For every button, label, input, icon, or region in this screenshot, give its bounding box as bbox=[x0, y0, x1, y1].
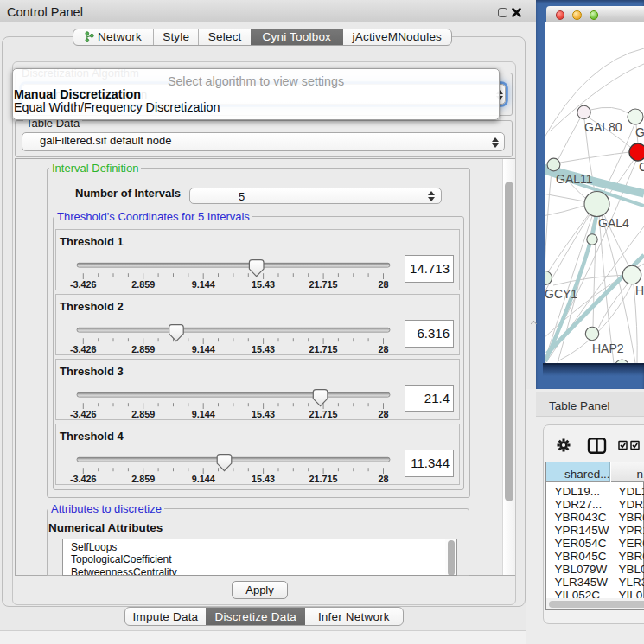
svg-text:9.144: 9.144 bbox=[192, 409, 215, 419]
svg-text:15.43: 15.43 bbox=[252, 409, 275, 419]
svg-text:2.859: 2.859 bbox=[131, 409, 155, 419]
svg-text:9.144: 9.144 bbox=[192, 344, 215, 354]
svg-text:21.715: 21.715 bbox=[309, 279, 338, 290]
svg-text:9.144: 9.144 bbox=[192, 474, 215, 484]
svg-text:GAL4: GAL4 bbox=[598, 216, 629, 230]
svg-text:-3.426: -3.426 bbox=[70, 344, 97, 354]
svg-text:GAL80: GAL80 bbox=[584, 120, 622, 134]
svg-text:21.715: 21.715 bbox=[309, 409, 338, 419]
svg-text:28: 28 bbox=[378, 344, 388, 354]
svg-text:H: H bbox=[635, 284, 644, 297]
svg-text:C: C bbox=[639, 160, 644, 174]
svg-text:HAP2: HAP2 bbox=[592, 341, 624, 355]
svg-text:-3.426: -3.426 bbox=[70, 409, 97, 419]
svg-text:2.859: 2.859 bbox=[131, 344, 155, 354]
svg-text:GA: GA bbox=[635, 125, 644, 139]
svg-text:28: 28 bbox=[378, 409, 388, 419]
svg-text:21.715: 21.715 bbox=[309, 474, 338, 484]
svg-text:15.43: 15.43 bbox=[252, 279, 275, 290]
svg-text:GCY1: GCY1 bbox=[545, 287, 577, 301]
svg-text:2.859: 2.859 bbox=[131, 279, 155, 290]
svg-text:GAL11: GAL11 bbox=[556, 172, 593, 186]
svg-text:28: 28 bbox=[378, 279, 388, 290]
svg-text:21.715: 21.715 bbox=[309, 344, 338, 354]
svg-text:15.43: 15.43 bbox=[252, 344, 275, 354]
svg-text:28: 28 bbox=[378, 474, 388, 484]
svg-text:9.144: 9.144 bbox=[192, 279, 215, 290]
svg-text:2.859: 2.859 bbox=[131, 474, 155, 484]
svg-text:-3.426: -3.426 bbox=[70, 474, 97, 484]
svg-text:15.43: 15.43 bbox=[252, 474, 275, 484]
svg-text:-3.426: -3.426 bbox=[70, 279, 97, 290]
